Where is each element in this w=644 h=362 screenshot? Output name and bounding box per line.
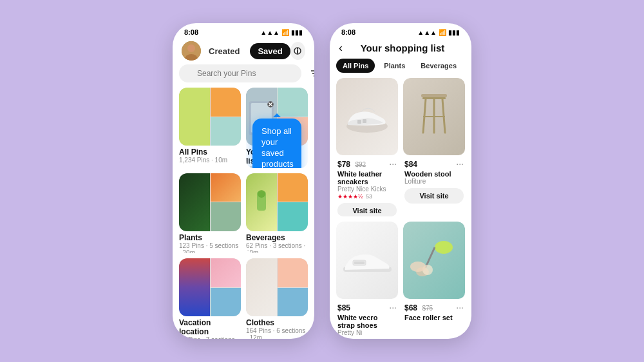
phone2-header: ‹ Your shopping list [330,39,471,59]
product-info-sneakers: $78 $92 ··· White leather sneakers Prett… [336,155,398,216]
product-face-roller[interactable]: $68 $75 ··· Face roller set [403,222,465,339]
board-img [278,173,308,202]
battery-icon-2: ▮▮▮ [448,29,460,36]
product-image-stool [403,78,465,155]
svg-rect-4 [297,48,298,50]
board-meta: 123 Pins · 5 sections · 20m [179,242,241,254]
board-all-pins-images [179,88,241,146]
filter-tab-plants[interactable]: Plants [377,59,412,73]
product-menu-icon[interactable]: ··· [389,158,397,169]
avatar[interactable] [182,41,201,61]
product-stool[interactable]: $84 ··· Wooden stool Lofiture Visit site [403,78,465,216]
review-count: 53 [366,193,372,200]
board-clothes[interactable]: Clothes 164 Pins · 6 sections · 12m [246,258,308,339]
product-price-old: $92 [355,161,366,168]
board-name: All Pins [179,148,241,157]
product-price-row-4: $68 $75 ··· [404,301,464,313]
board-beverages-images [246,173,308,231]
svg-rect-27 [354,262,365,264]
product-name-2: Wooden stool [404,170,464,178]
tab-created[interactable]: Created [201,43,247,59]
board-img [246,173,277,231]
search-wrap: 🔍 [179,64,301,82]
board-img [211,88,242,117]
product-info-velcro: $85 ··· White vecro strap shoes Pretty N… [336,299,398,339]
price-group-2: $84 [404,158,417,169]
filter-icon[interactable] [307,64,314,82]
svg-rect-5 [297,50,298,53]
product-name-4: Face roller set [404,314,464,321]
product-name-3: White vecro strap shoes [337,314,397,329]
phone1-header: Created Saved [173,39,314,64]
product-menu-icon-3[interactable]: ··· [389,302,397,312]
phone-1: 8:08 ▲▲▲ 📶 ▮▮▮ Created Saved [173,23,314,339]
svg-point-1 [187,44,195,52]
svg-point-28 [435,241,453,254]
product-price-row-2: $84 ··· [404,158,464,169]
product-image-velcro [336,222,398,299]
board-clothes-label: Clothes 164 Pins · 6 sections · 12m [246,318,308,339]
board-name: Plants [179,233,241,242]
board-vacation[interactable]: Vacation location 79 Pins · 7 sections ·… [179,258,241,339]
status-time-1: 8:08 [184,28,198,36]
board-name: Clothes [246,318,308,327]
product-price-row-3: $85 ··· [337,301,397,313]
filter-tab-all-pins[interactable]: All Pins [336,59,375,73]
board-beverages[interactable]: Beverages 62 Pins · 3 sections · 10m [246,173,308,254]
visit-site-btn-1[interactable]: Visit site [337,203,397,216]
tooltip-bubble: Shop all your saved products in one plac… [252,119,301,168]
search-input[interactable] [179,64,301,82]
board-meta: 1,234 Pins · 10m [179,157,241,164]
filter-tabs: All Pins Plants Beverages Vacation C [330,59,471,78]
battery-icon: ▮▮▮ [291,29,303,36]
product-price-3: $85 [337,303,350,312]
board-meta: 164 Pins · 6 sections · 12m [246,327,308,339]
product-info-roller: $68 $75 ··· Face roller set [403,299,465,324]
board-img [179,173,210,231]
board-all-pins[interactable]: All Pins 1,234 Pins · 10m [179,88,241,168]
product-price-4: $68 [404,303,417,312]
phone-2: 8:08 ▲▲▲ 📶 ▮▮▮ ‹ Your shopping list All … [330,23,471,339]
board-beverages-label: Beverages 62 Pins · 3 sections · 10m [246,233,308,254]
status-bar-2: 8:08 ▲▲▲ 📶 ▮▮▮ [330,23,471,39]
board-shopping-list[interactable]: Shop all your saved products in one plac… [246,88,308,168]
svg-rect-18 [363,119,366,123]
product-menu-icon-2[interactable]: ··· [456,158,464,169]
board-plants-label: Plants 123 Pins · 5 sections · 20m [179,233,241,254]
board-vacation-label: Vacation location 79 Pins · 7 sections ·… [179,318,241,339]
product-brand-3: Pretty Ni [337,329,397,336]
board-clothes-images [246,258,308,316]
svg-point-32 [410,262,426,272]
board-img [179,258,210,316]
product-brand: Pretty Nice Kicks [337,186,397,193]
product-velcro-shoes[interactable]: $85 ··· White vecro strap shoes Pretty N… [336,222,398,339]
board-img [179,88,210,146]
product-sneakers[interactable]: $78 $92 ··· White leather sneakers Prett… [336,78,398,216]
board-all-pins-label: All Pins 1,234 Pins · 10m [179,148,241,164]
tab-saved[interactable]: Saved [250,43,290,59]
wifi-icon-2: 📶 [439,29,446,36]
filter-tab-beverages[interactable]: Beverages [414,59,463,73]
svg-point-15 [258,190,265,198]
price-group-4: $68 $75 [404,301,433,313]
boards-grid: All Pins 1,234 Pins · 10m [173,88,314,339]
board-img [278,258,308,287]
visit-site-btn-2[interactable]: Visit site [404,188,464,204]
board-img [211,173,242,202]
search-bar: 🔍 [179,64,308,82]
product-image-sneakers [336,78,398,155]
menu-icon[interactable] [290,42,305,60]
product-menu-icon-4[interactable]: ··· [456,302,464,312]
product-info-stool: $84 ··· Wooden stool Lofiture Visit site [403,155,465,206]
board-img [278,202,308,231]
board-plants-images [179,173,241,231]
board-plants[interactable]: Plants 123 Pins · 5 sections · 20m [179,173,241,254]
board-vacation-images [179,258,241,316]
filter-tab-vacation[interactable]: Vacation [466,59,471,73]
board-img [211,117,242,146]
product-price-2: $84 [404,160,417,169]
product-price-row: $78 $92 ··· [337,158,397,169]
board-img [278,288,308,317]
board-img [211,258,242,287]
product-brand-2: Lofiture [404,178,464,185]
